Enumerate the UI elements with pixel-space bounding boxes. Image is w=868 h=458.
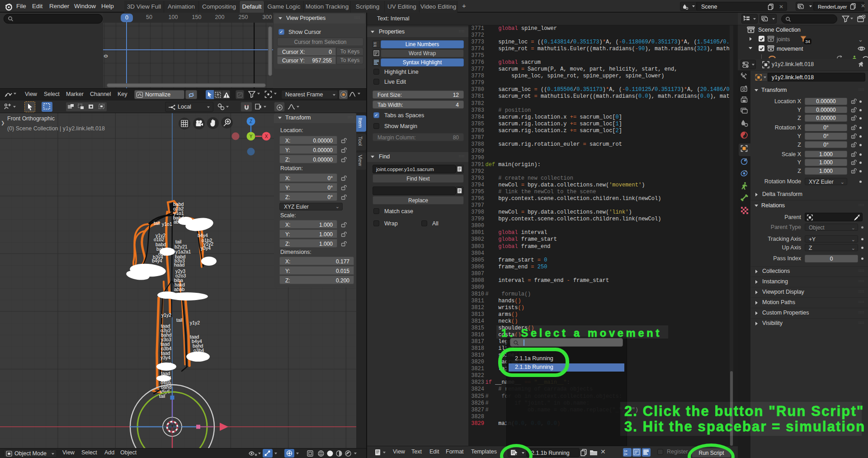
svg-text:2≡: 2≡ [624, 453, 627, 456]
svg-text:❯: ❯ [1, 120, 5, 126]
svg-text:2≡: 2≡ [373, 44, 377, 48]
svg-text:1≡: 1≡ [624, 450, 627, 453]
svg-text:tail: tail [176, 317, 182, 323]
svg-text:abab: abab [174, 219, 184, 224]
svg-text:y1y2: y1y2 [190, 320, 200, 325]
svg-text:y3y4: y3y4 [160, 355, 170, 360]
svg-text:b4y4: b4y4 [152, 258, 162, 263]
svg-text:(0) Scene Collection | y1y2.li: (0) Scene Collection | y1y2.link.left.01… [7, 125, 105, 132]
svg-text:Y: Y [250, 134, 253, 139]
svg-text:X: X [265, 134, 268, 139]
svg-text:tail: tail [154, 220, 160, 226]
svg-text:b4y4: b4y4 [161, 362, 171, 367]
svg-text:y1y2: y1y2 [161, 312, 171, 318]
svg-text:haad: haad [174, 262, 185, 267]
svg-text:y1o1: y1o1 [162, 221, 172, 227]
svg-text:taad: taad [193, 357, 203, 362]
svg-text:Front Orthographic: Front Orthographic [7, 115, 55, 122]
svg-text:y3y4: y3y4 [201, 245, 211, 251]
svg-text:abab: abab [174, 286, 185, 292]
svg-text:Z: Z [250, 119, 252, 124]
